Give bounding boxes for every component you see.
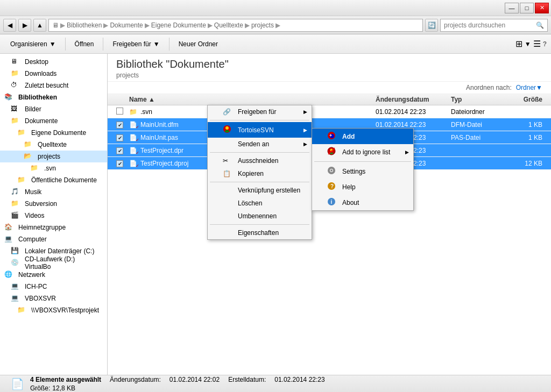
ctx-sep-2	[210, 152, 309, 153]
window-controls: — □ ✕	[505, 3, 549, 13]
path-quelltexte[interactable]: Quelltexte	[214, 22, 243, 29]
projects-icon: 📂	[24, 152, 34, 161]
ctx-item-ignore-list[interactable]: Add to ignore list	[312, 144, 413, 160]
recent-icon: ⏱	[11, 81, 22, 90]
path-dokumente[interactable]: Dokumente	[110, 22, 143, 29]
sidebar-item-bilder[interactable]: 🖼 Bilder	[0, 103, 107, 115]
header-type[interactable]: Typ	[451, 96, 505, 103]
sidebar-item-netzwerk[interactable]: 🌐 Netzwerk	[0, 269, 107, 281]
row-check-4[interactable]: ✔	[116, 147, 129, 154]
ich-pc-icon: 💻	[11, 282, 22, 291]
path-bibliotheken[interactable]: Bibliotheken	[67, 22, 102, 29]
refresh-button[interactable]: 🔄	[425, 19, 438, 32]
share-button[interactable]: Freigeben für ▼	[107, 37, 165, 52]
organize-button[interactable]: Organisieren ▼	[4, 37, 62, 52]
sidebar-item-svn[interactable]: 📁 .svn	[0, 162, 107, 174]
ctx-sep-3	[210, 182, 309, 182]
minimize-button[interactable]: —	[505, 3, 519, 13]
row-check-2[interactable]: ✔	[116, 121, 129, 129]
ctx-item-verknuepfung[interactable]: Verknüpfung erstellen	[208, 184, 312, 197]
sidebar-label-netzwerk: Netzwerk	[18, 271, 45, 279]
sidebar-item-oeffentliche[interactable]: 📁 Öffentliche Dokumente	[0, 174, 107, 186]
heimnetz-icon: 🏠	[4, 223, 15, 232]
oeffentliche-icon: 📁	[17, 176, 28, 184]
maximize-button[interactable]: □	[520, 3, 534, 13]
ctx-icon-about: i	[327, 197, 336, 208]
eigene-icon: 📁	[17, 129, 28, 137]
file-overlay-icon-4: 📄 ✓	[129, 147, 137, 154]
sidebar-item-projects[interactable]: 📂 projects	[0, 151, 107, 162]
status-line-2: Größe: 12,8 KB	[30, 384, 325, 392]
view-toggle-icon[interactable]: ⊞	[515, 39, 522, 49]
sidebar-item-downloads[interactable]: 📁 Downloads	[0, 68, 107, 80]
sidebar-item-heimnetz[interactable]: 🏠 Heimnetzgruppe	[0, 222, 107, 233]
table-row[interactable]: 📁 .svn 01.02.2014 22:23 Dateiordner	[108, 105, 551, 118]
header-size[interactable]: Größe	[505, 96, 542, 103]
sidebar-item-videos[interactable]: 🎬 Videos	[0, 210, 107, 222]
ctx-icon-cut: ✂	[223, 157, 231, 165]
ctx-item-freigeben[interactable]: 🔗 Freigeben für	[208, 105, 312, 118]
sidebar-item-dokumente[interactable]: 📁 Dokumente	[0, 115, 107, 127]
ctx-item-settings[interactable]: Settings	[312, 163, 413, 179]
pane-toggle-icon[interactable]: ☰	[533, 39, 541, 49]
sidebar-label-bilder: Bilder	[25, 105, 41, 113]
view-dropdown-icon[interactable]: ▼	[525, 40, 531, 48]
sidebar-label-d-drive: CD-Laufwerk (D:) VirtualBo	[25, 255, 103, 270]
netzwerk-icon: 🌐	[4, 270, 15, 279]
ctx-item-add[interactable]: + Add	[312, 129, 413, 144]
sort-value[interactable]: Ordner	[516, 84, 536, 91]
open-button[interactable]: Öffnen	[69, 37, 100, 52]
toolbar: Organisieren ▼ Öffnen Freigeben für ▼ Ne…	[0, 34, 551, 54]
status-date-label: Änderungsdatum:	[110, 376, 161, 383]
sidebar-item-ich-pc[interactable]: 💻 ICH-PC	[0, 281, 107, 293]
forward-button[interactable]: ▶	[18, 19, 31, 32]
ctx-item-ausschneiden[interactable]: ✂ Ausschneiden	[208, 154, 312, 167]
address-path[interactable]: 🖥 ▶ Bibliotheken ▶ Dokumente ▶ Eigene Do…	[48, 19, 423, 32]
ctx-item-eigenschaften[interactable]: Eigenschaften	[208, 226, 312, 239]
ctx-item-tortoise[interactable]: TortoiseSVN	[208, 122, 312, 138]
ctx-item-loeschen[interactable]: Löschen	[208, 197, 312, 210]
sidebar-item-eigene[interactable]: 📁 Eigene Dokumente	[0, 127, 107, 139]
ctx-sep-tortoise-1	[314, 161, 411, 162]
status-created-value: 01.02.2014 22:23	[274, 376, 324, 383]
ctx-item-about[interactable]: i About	[312, 195, 413, 210]
sidebar-label-musik: Musik	[25, 188, 41, 196]
sidebar-item-libraries[interactable]: 📚 Bibliotheken	[0, 91, 107, 103]
sidebar-item-vboxsvr[interactable]: 💻 VBOXSVR	[0, 293, 107, 304]
search-box[interactable]: 🔍	[440, 19, 548, 32]
sidebar-label-libraries: Bibliotheken	[18, 94, 57, 101]
close-button[interactable]: ✕	[535, 3, 549, 13]
back-button[interactable]: ◀	[3, 19, 16, 32]
sidebar-item-quelltexte[interactable]: 📁 Quelltexte	[0, 139, 107, 151]
path-projects[interactable]: projects	[251, 22, 274, 29]
ctx-item-senden[interactable]: Senden an	[208, 138, 312, 151]
sidebar-item-subversion[interactable]: 📁 Subversion	[0, 198, 107, 210]
row-check-3[interactable]: ✔	[116, 134, 129, 141]
row-check-5[interactable]: ✔	[116, 160, 129, 167]
search-input[interactable]	[444, 22, 534, 29]
header-name[interactable]: Name ▲	[129, 96, 376, 103]
help-icon[interactable]: ?	[543, 40, 547, 48]
search-icon: 🔍	[536, 22, 544, 29]
sidebar-item-computer[interactable]: 💻 Computer	[0, 233, 107, 245]
sidebar-item-musik[interactable]: 🎵 Musik	[0, 186, 107, 198]
up-button[interactable]: ▲	[33, 19, 46, 32]
ctx-item-kopieren[interactable]: 📋 Kopieren	[208, 167, 312, 180]
path-eigene[interactable]: Eigene Dokumente	[151, 22, 206, 29]
row-type-1: Dateiordner	[451, 108, 505, 116]
row-check-1[interactable]	[116, 108, 129, 116]
header-date[interactable]: Änderungsdatum	[376, 96, 451, 103]
ctx-sep-4	[210, 224, 309, 225]
sidebar-item-testprojekt[interactable]: 📁 \\VBOXSVR\Testprojekt	[0, 304, 107, 316]
organize-label: Organisieren	[10, 40, 47, 48]
sidebar-item-d-drive[interactable]: 💿 CD-Laufwerk (D:) VirtualBo	[0, 257, 107, 269]
sort-dropdown-icon[interactable]: ▼	[536, 84, 542, 91]
sidebar-label-dokumente: Dokumente	[25, 117, 58, 125]
row-size-5: 12 KB	[505, 160, 542, 167]
sidebar-item-recent[interactable]: ⏱ Zuletzt besucht	[0, 80, 107, 91]
sidebar-item-desktop[interactable]: 🖥 Desktop	[0, 56, 107, 68]
ctx-item-umbenennen[interactable]: Umbenennen	[208, 210, 312, 223]
sidebar: 🖥 Desktop 📁 Downloads ⏱ Zuletzt besucht …	[0, 54, 108, 375]
ctx-item-help[interactable]: ? Help	[312, 179, 413, 195]
new-folder-button[interactable]: Neuer Ordner	[173, 37, 224, 52]
